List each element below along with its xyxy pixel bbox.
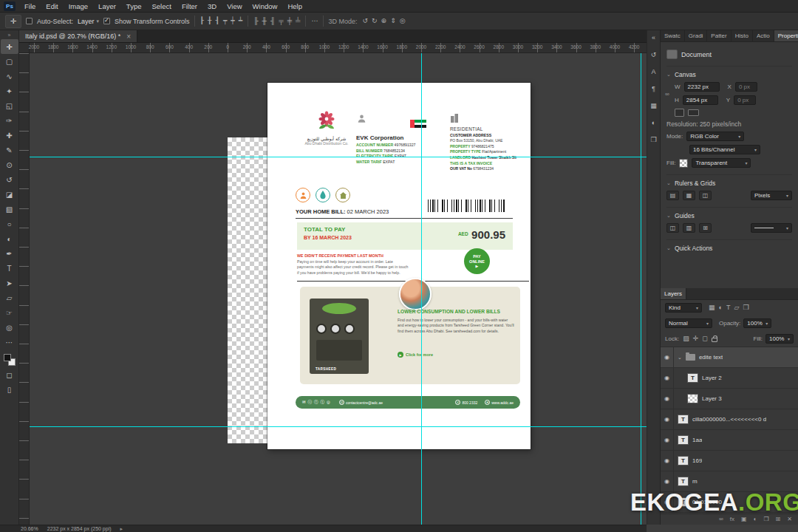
brush-tool[interactable]: ✎ (1, 143, 18, 157)
layer-filter-4-icon[interactable]: ❒ (742, 304, 749, 311)
layers-action-0-icon[interactable]: ∞ (718, 516, 724, 522)
layer-row[interactable]: ◉T169 (661, 451, 798, 471)
align-1-icon[interactable]: ╂ (207, 18, 212, 24)
menu-item-3d[interactable]: 3D (202, 2, 222, 10)
mode-3d-2-icon[interactable]: ⊕ (381, 18, 388, 24)
distribute-2-icon[interactable]: ╢ (270, 18, 276, 24)
adjustments-icon[interactable]: ◐ (652, 120, 655, 126)
menu-item-filter[interactable]: Filter (177, 2, 202, 10)
libraries-icon[interactable]: ❒ (650, 137, 656, 143)
link-dimensions-icon[interactable]: ∞ (665, 91, 669, 98)
character-icon[interactable]: A (651, 69, 655, 75)
layer-visibility-icon[interactable]: ◉ (661, 451, 674, 471)
menu-item-layer[interactable]: Layer (93, 2, 121, 10)
type-tool[interactable]: T (1, 261, 18, 276)
lock-0-icon[interactable]: ▨ (682, 335, 690, 342)
toggle-rulers-button[interactable]: ▤ (666, 191, 679, 200)
layer-visibility-icon[interactable]: ◉ (661, 347, 674, 368)
toggle-snap-button[interactable]: ◫ (699, 191, 712, 200)
collapse-panels-icon[interactable]: « (652, 35, 655, 41)
menu-item-image[interactable]: Image (64, 2, 93, 10)
toolbar-collapse-icon[interactable]: » (8, 32, 11, 39)
auto-select-target-dropdown[interactable]: Layer (78, 18, 99, 25)
layer-filter-2-icon[interactable]: T (726, 304, 732, 311)
lasso-tool[interactable]: ∿ (1, 69, 18, 83)
show-transform-checkbox[interactable] (103, 18, 110, 24)
mode-3d-1-icon[interactable]: ↻ (371, 18, 378, 24)
status-menu-arrow-icon[interactable]: ▸ (120, 526, 123, 532)
crop-tool[interactable]: ◱ (1, 98, 18, 113)
click-for-more[interactable]: ▶ Click for more (398, 352, 433, 358)
section-guides[interactable]: ⌄ Guides (666, 207, 792, 219)
layers-action-2-icon[interactable]: ▣ (740, 516, 748, 522)
swatches-icon[interactable]: ▦ (650, 103, 657, 109)
canvas-y-field[interactable]: 0 px (734, 95, 756, 105)
distribute-3-icon[interactable]: ╤ (278, 18, 284, 24)
layer-row[interactable]: ◉Layer 3 (661, 389, 798, 409)
auto-select-checkbox[interactable] (26, 18, 33, 24)
distribute-4-icon[interactable]: ╪ (287, 18, 293, 24)
layer-visibility-icon[interactable]: ◉ (661, 368, 674, 389)
group-expander-icon[interactable]: ⌄ (678, 355, 682, 361)
guide-vertical[interactable] (641, 53, 641, 525)
distribute-5-icon[interactable]: ╧ (295, 18, 301, 24)
fill-swatch[interactable] (679, 159, 688, 168)
move-tool[interactable]: ✛ (1, 39, 18, 54)
layers-action-4-icon[interactable]: ❒ (763, 516, 769, 522)
edit-toolbar-tool[interactable]: ⋯ (1, 335, 18, 349)
mode-3d-0-icon[interactable]: ↺ (362, 18, 369, 24)
layers-action-5-icon[interactable]: ⊞ (775, 516, 782, 522)
history-icon[interactable]: ↺ (651, 52, 657, 58)
section-canvas[interactable]: ⌄ Canvas (666, 66, 792, 78)
opacity-dropdown[interactable]: 100% (743, 318, 771, 328)
panel-tab-actio[interactable]: Actio (753, 30, 774, 41)
eyedropper-tool[interactable]: ✑ (1, 113, 18, 128)
shape-tool[interactable]: ▱ (1, 290, 18, 305)
hand-tool[interactable]: ☞ (1, 305, 18, 320)
align-5-icon[interactable]: ┷ (238, 18, 243, 24)
pay-online-button[interactable]: PAY ONLINE ▶ (464, 248, 490, 274)
layer-row[interactable]: ◉T1aa (661, 430, 798, 451)
history-brush-tool[interactable]: ↺ (1, 172, 18, 187)
vertical-ruler[interactable] (19, 53, 30, 525)
section-quick-actions[interactable]: ⌄ Quick Actions (666, 239, 792, 252)
mode-3d-3-icon[interactable]: ⇕ (389, 18, 397, 24)
healing-brush-tool[interactable]: ✚ (1, 128, 18, 143)
guide-horizontal[interactable] (30, 157, 647, 157)
toggle-grid-button[interactable]: ▦ (683, 191, 695, 200)
bit-depth-dropdown[interactable]: 16 Bits/Channel (689, 145, 760, 154)
canvas-height-field[interactable]: 2854 px (683, 95, 718, 105)
more-options-icon[interactable]: ⋯ (310, 18, 318, 24)
guide-vertical[interactable] (421, 53, 422, 525)
document-tab[interactable]: Italy id.psd @ 20.7% (RGB/16) * × (19, 30, 137, 42)
canvas-width-field[interactable]: 2232 px (684, 82, 720, 92)
layer-visibility-icon[interactable]: ◉ (661, 389, 674, 409)
panel-tab-patter[interactable]: Patter (707, 30, 731, 41)
align-4-icon[interactable]: ┿ (230, 18, 235, 24)
panel-tab-gradi[interactable]: Gradi (685, 30, 708, 41)
layer-filter-dropdown[interactable]: Kind (665, 303, 702, 313)
menu-item-window[interactable]: Window (248, 2, 283, 10)
clear-guides-button[interactable]: ⊞ (699, 223, 712, 233)
add-guide-button[interactable]: ◫ (666, 223, 679, 233)
gradient-tool[interactable]: ▧ (1, 202, 18, 216)
layer-row[interactable]: ◉TLayer 2 (661, 368, 798, 389)
lock-1-icon[interactable]: ✛ (692, 335, 700, 342)
current-tool-icon[interactable]: ✛ (5, 15, 21, 28)
panel-tab-properties[interactable]: Properties (774, 30, 798, 41)
menu-item-edit[interactable]: Edit (41, 2, 63, 10)
clone-stamp-tool[interactable]: ⊙ (1, 157, 18, 172)
layer-row[interactable]: ◉Tcilla0000000...<<<<<<<<0 d (661, 409, 798, 430)
portrait-orientation-button[interactable] (675, 109, 684, 117)
magic-wand-tool[interactable]: ✦ (1, 83, 18, 98)
bill-document[interactable]: شركة أبوظبي للتوزيع Abu Dhabi Distributi… (267, 83, 531, 449)
layer-visibility-icon[interactable]: ◉ (661, 430, 674, 451)
lock-all-icon[interactable] (712, 338, 717, 342)
foreground-color-swatch[interactable] (4, 354, 11, 361)
menu-item-file[interactable]: File (19, 2, 41, 10)
align-2-icon[interactable]: ┨ (214, 18, 219, 24)
guide-horizontal[interactable] (30, 426, 647, 427)
landscape-orientation-button[interactable] (688, 109, 699, 116)
zoom-level[interactable]: 20.66% (21, 526, 38, 531)
distribute-0-icon[interactable]: ╟ (253, 18, 259, 24)
